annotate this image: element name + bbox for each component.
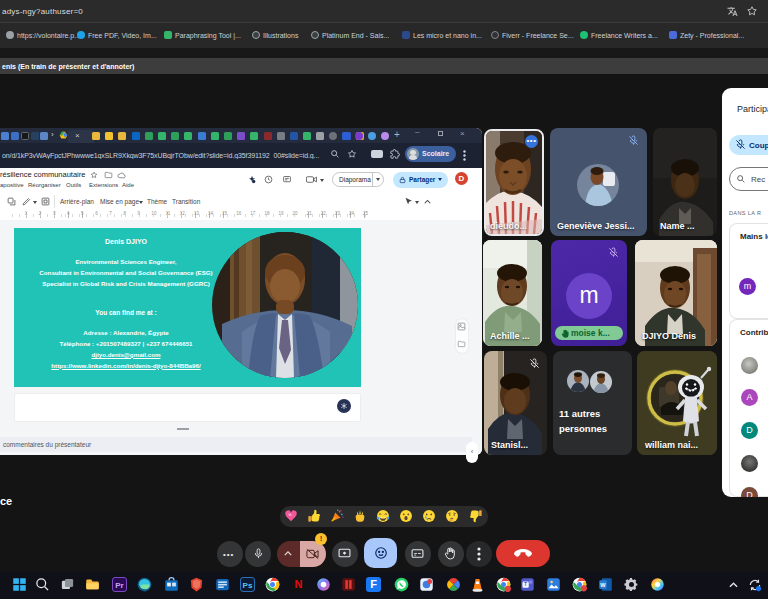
svg-text:W: W	[600, 582, 606, 588]
svg-text:T: T	[524, 581, 527, 587]
